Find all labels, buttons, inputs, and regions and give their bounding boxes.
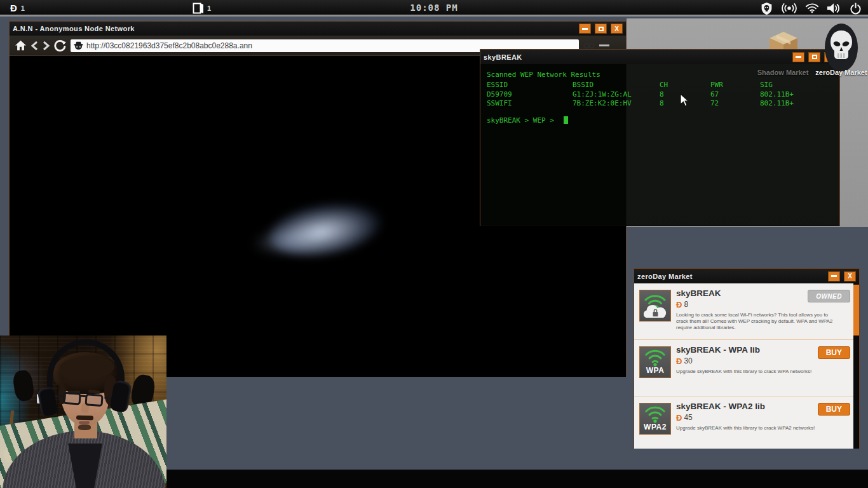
chin-beard [78, 424, 91, 430]
maximize-button[interactable] [595, 24, 607, 34]
market-item-wpa2-lib: WPA2 skyBREAK - WPA2 lib Ð 45 Upgrade sk… [634, 396, 859, 449]
market-item-wpa-lib: WPA skyBREAK - WPA lib Ð 30 Upgrade skyB… [634, 340, 859, 396]
back-button[interactable] [31, 41, 38, 51]
shield-skull-icon[interactable] [760, 2, 773, 15]
item-description: Upgrade skyBREAK with this library to cr… [676, 425, 849, 431]
item-description: Looking to crack some local Wi-Fi networ… [676, 312, 840, 331]
zeroday-market-label[interactable]: zeroDay Market [800, 69, 868, 76]
coin-icon: Ð [676, 414, 682, 422]
toolbar-extra-icon[interactable] [583, 42, 595, 50]
owned-button[interactable]: OWNED [808, 290, 850, 302]
facecam [0, 336, 166, 488]
scrollbar[interactable] [853, 283, 859, 449]
browser-titlebar[interactable]: A.N.N - Anonymous Node Network X [10, 22, 626, 36]
wpa2-lib-icon: WPA2 [639, 403, 671, 435]
minimize-button[interactable] [792, 52, 804, 62]
anonymous-icon [74, 41, 83, 50]
broadcast-icon[interactable] [781, 2, 797, 15]
table-row: SSWIFI 7B:ZE:K2:0E:HV 8 72 802.11B+ [487, 99, 836, 108]
buy-button[interactable]: BUY [818, 403, 850, 416]
maximize-button[interactable] [808, 52, 820, 62]
table-row: D59709 G1:ZJ:1W:ZG:AL 8 67 802.11B+ [487, 90, 836, 99]
item-description: Upgrade skyBREAK with this library to cr… [676, 369, 849, 375]
zeroday-market-icon[interactable] [824, 23, 858, 72]
market-list: skyBREAK Ð 8 Looking to crack some local… [634, 283, 859, 449]
terminal-cursor [564, 116, 568, 124]
browser-title: A.N.N - Anonymous Node Network [13, 25, 135, 32]
skybreak-app-icon [639, 290, 671, 322]
minimize-button[interactable] [828, 271, 840, 281]
home-button[interactable] [15, 40, 27, 51]
system-topbar: Ð 1 1 10:08 PM [0, 0, 868, 17]
terminal-output[interactable]: Scanned WEP Network Results ESSID BSSID … [480, 64, 839, 226]
buy-button[interactable]: BUY [818, 346, 850, 359]
forward-button[interactable] [43, 41, 50, 51]
coin-icon: Ð [676, 357, 682, 365]
skybreak-titlebar[interactable]: skyBREAK X [480, 50, 839, 64]
market-title: zeroDay Market [637, 273, 693, 280]
power-icon[interactable] [850, 3, 862, 15]
minimize-button[interactable] [579, 24, 591, 34]
close-button[interactable]: X [611, 24, 623, 34]
mouth [79, 421, 90, 424]
wpa-lib-icon: WPA [639, 346, 671, 378]
close-button[interactable]: X [844, 271, 856, 281]
system-clock: 10:08 PM [0, 3, 868, 13]
wpa2-label: WPA2 [644, 424, 667, 430]
market-window: zeroDay Market X [634, 268, 860, 449]
scan-result-header: Scanned WEP Network Results [487, 71, 600, 79]
wpa-label: WPA [646, 367, 665, 374]
url-text[interactable]: http://03cc0821963d375ef8c2b08abc0e288a.… [86, 41, 252, 50]
toolbar-dash-icon[interactable] [599, 44, 609, 46]
skybreak-title: skyBREAK [484, 53, 522, 61]
wifi-icon[interactable] [805, 3, 819, 14]
volume-icon[interactable] [827, 2, 842, 15]
mouse-cursor [680, 93, 690, 107]
game-screen: Ð 1 1 10:08 PM [0, 0, 868, 488]
coin-icon: Ð [676, 301, 682, 309]
market-item-skybreak: skyBREAK Ð 8 Looking to crack some local… [634, 283, 859, 340]
glasses [62, 392, 105, 409]
refresh-button[interactable] [54, 39, 66, 51]
scrollbar-thumb[interactable] [853, 285, 859, 336]
market-titlebar[interactable]: zeroDay Market X [634, 269, 859, 283]
mustache [76, 416, 93, 421]
terminal-prompt[interactable]: skyBREAK > WEP > [487, 116, 836, 125]
table-header: ESSID BSSID CH PWR SIG [487, 81, 836, 90]
